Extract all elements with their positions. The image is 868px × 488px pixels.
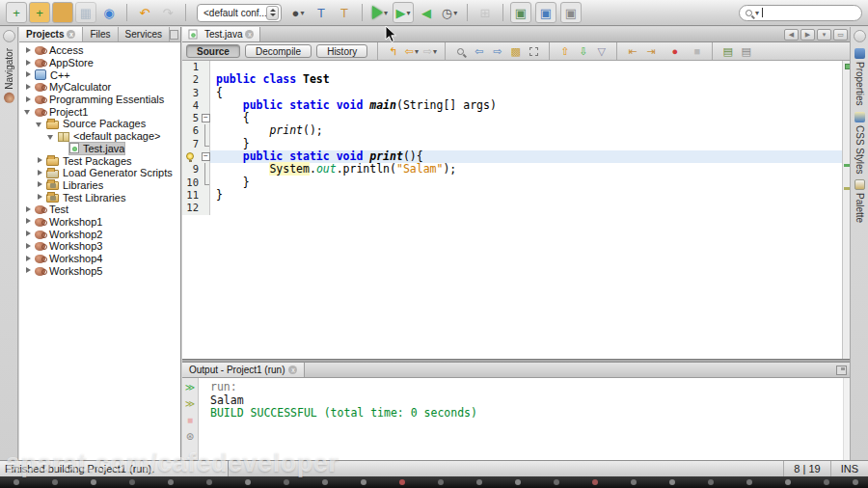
uncomment-lines-icon[interactable]: ▤ [738,43,754,59]
shift-line-left-icon[interactable]: ⇤ [624,43,640,59]
maximize-icon[interactable] [836,366,847,375]
tree-item-source-packages[interactable]: Source Packages [19,118,180,130]
sidebar-tab-palette[interactable]: Palette [854,179,865,223]
previous-bookmark-icon[interactable]: ⇧ [556,43,573,59]
rerun-with-different-parameters-icon[interactable]: ≫ [184,397,197,410]
source-view-button[interactable]: Source [186,44,240,58]
tree-item-workshop4[interactable]: Workshop4 [19,253,180,265]
fold-toggle-icon[interactable] [201,112,210,124]
code-line-10[interactable]: 10 } [182,176,851,189]
code-line-1[interactable]: 1 [182,61,851,73]
sidebar-tab-navigator[interactable]: Navigator [4,48,14,103]
rerun-icon[interactable]: ≫ [184,381,197,393]
expand-arrow-icon[interactable] [24,70,33,79]
rerun-project-icon[interactable]: ◀ [416,2,437,23]
start-macro-recording-icon[interactable]: ● [666,43,683,59]
code-line-3[interactable]: 3{ [182,87,851,99]
tree-item-mycalculator[interactable]: MyCalculator [19,81,180,94]
expand-arrow-icon[interactable] [24,230,33,238]
toggle-highlight-search-icon[interactable]: ▩ [507,43,524,59]
deploy-globe-icon[interactable]: ●▾ [287,2,309,23]
close-icon[interactable]: x [67,30,75,39]
tree-item-load-generator-scripts[interactable]: Load Generator Scripts [19,167,180,179]
editor-tab-testjava[interactable]: Test.java x [182,27,260,41]
minimize-window-icon[interactable] [170,30,178,40]
expand-arrow-icon[interactable] [36,193,44,202]
tab-projects[interactable]: Projects x [19,27,83,41]
output-console[interactable]: run:SalamBUILD SUCCESSFUL (total time: 0… [199,378,843,460]
last-edit-location-icon[interactable]: ↰ [385,43,401,59]
find-previous-occurrence-icon[interactable]: ⇦ [471,43,487,59]
tree-item-project1[interactable]: Project1 [19,105,180,118]
insert-mode-indicator[interactable]: INS [830,461,868,476]
tree-item-access[interactable]: Access [19,44,180,57]
expand-arrow-icon[interactable] [24,107,33,116]
pin-icon[interactable] [854,30,866,42]
expand-arrow-icon[interactable] [36,120,44,128]
chevron-down-icon[interactable]: ▾ [384,9,388,17]
expand-arrow-icon[interactable] [24,205,33,214]
code-line-9[interactable]: 9 System.out.println("Salam"); [182,163,851,176]
scroll-tabs-right-icon[interactable]: ▶ [800,29,815,41]
run-project-button[interactable]: ▾ [369,2,391,23]
expand-arrow-icon[interactable] [36,169,44,177]
find-selection-icon[interactable] [452,43,469,59]
code-line-12[interactable]: 12 [182,202,851,214]
tree-item-workshop1[interactable]: Workshop1 [19,216,180,229]
close-icon[interactable]: x [245,30,254,39]
expand-arrow-icon[interactable] [36,156,44,165]
expand-arrow-icon[interactable] [36,180,44,189]
code-line-7[interactable]: 7 } [182,138,851,150]
expand-arrow-icon[interactable] [24,59,33,68]
tab-files[interactable]: Files [83,27,118,41]
shift-line-right-icon[interactable]: ⇥ [642,43,659,59]
search-input[interactable]: ▾ [739,5,862,21]
toggle-bookmark-icon[interactable]: ▽ [593,43,610,59]
decompile-view-button[interactable]: Decompile [245,44,312,58]
tree-item-test[interactable]: Test [19,203,180,216]
tree-item-workshop2[interactable]: Workshop2 [19,228,180,240]
code-line-6[interactable]: 6 print(); [182,124,851,137]
fold-toggle-icon[interactable] [201,150,210,163]
debug-project-icon[interactable]: ▶▾ [393,2,414,23]
profile-project-icon[interactable]: ◷▾ [439,2,460,23]
preview-eye-icon[interactable]: ◉ [98,2,120,23]
code-editor[interactable]: 12public class Test3{4 public static voi… [182,61,851,359]
tab-list-icon[interactable]: ▾ [817,29,831,41]
expand-arrow-icon[interactable] [47,132,56,141]
sidebar-tab-properties[interactable]: Properties [854,48,865,106]
tree-item-workshop5[interactable]: Workshop5 [19,264,180,277]
tree-item-test-java[interactable]: Test.java [19,143,180,155]
tab-services[interactable]: Services [119,27,170,41]
tree-item-appstore[interactable]: AppStore [19,57,180,69]
output-tab[interactable]: Output - Project1 (run) x [182,363,305,377]
close-icon[interactable]: x [288,366,297,374]
tree-item-workshop3[interactable]: Workshop3 [19,240,180,253]
sidebar-tab-css-styles[interactable]: CSS Styles [854,112,865,175]
next-bookmark-icon[interactable]: ⇩ [575,43,591,59]
code-line-4[interactable]: 4 public static void main(String[] args) [182,99,851,112]
os-taskbar[interactable] [0,476,868,488]
pin-icon[interactable] [3,30,15,42]
open-project-icon[interactable] [52,2,73,23]
tree-item-programming-essentials[interactable]: Programming Essentials [19,94,180,106]
code-line-8[interactable]: public static void print(){ [182,150,851,163]
apply-code-changes-icon[interactable]: ▣ [510,2,531,23]
expand-arrow-icon[interactable] [24,266,33,275]
tree-item-libraries[interactable]: Libraries [19,179,180,192]
scroll-tabs-left-icon[interactable]: ◀ [784,29,799,41]
take-snapshot-icon[interactable]: ▣ [535,2,556,23]
find-next-occurrence-icon[interactable]: ⇨ [489,43,505,59]
comment-lines-icon[interactable]: ▤ [719,43,736,59]
expand-arrow-icon[interactable] [24,83,33,92]
toggle-rectangular-selection-icon[interactable] [526,43,542,59]
clean-and-build-hammer-icon[interactable]: T [334,2,355,23]
tree-item-test-libraries[interactable]: Test Libraries [19,191,180,203]
config-combobox[interactable]: <default conf... [197,4,282,22]
code-line-5[interactable]: 5 { [182,112,851,124]
new-project-icon[interactable]: + [29,2,50,23]
expand-arrow-icon[interactable] [24,217,33,226]
tree-item--default-package-[interactable]: <default package> [19,130,180,143]
build-hammer-icon[interactable]: T [311,2,332,23]
new-file-icon[interactable]: + [6,2,27,23]
